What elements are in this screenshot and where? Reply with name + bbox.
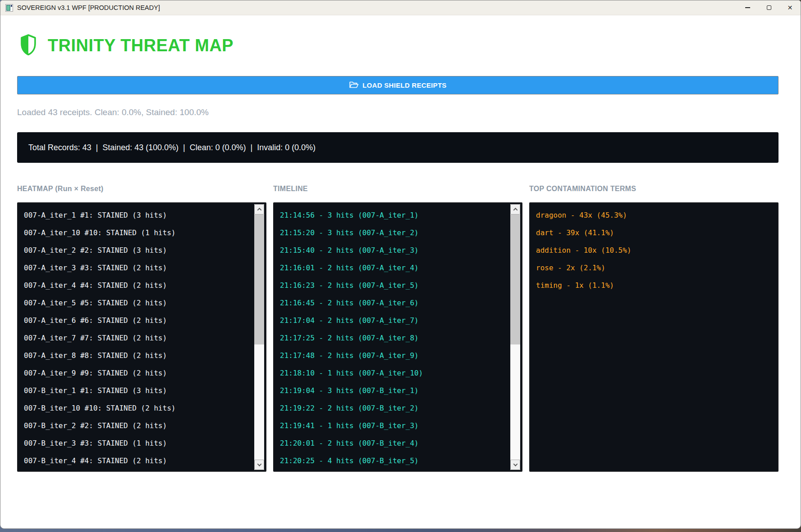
- window-controls: ✕: [737, 0, 801, 15]
- heatmap-scrollbar[interactable]: [254, 204, 264, 470]
- heatmap-row[interactable]: 007-B_iter_10 #10: STAINED (2 hits): [24, 399, 266, 417]
- timeline-scrollbar[interactable]: [510, 204, 520, 470]
- scrollbar-track[interactable]: [510, 215, 520, 460]
- heatmap-header: HEATMAP (Run × Reset): [17, 185, 266, 196]
- maximize-button[interactable]: [758, 0, 779, 15]
- timeline-list: 21:14:56 - 3 hits (007-A_iter_1) 21:15:2…: [274, 203, 522, 469]
- timeline-row[interactable]: 21:18:10 - 1 hits (007-A_iter_10): [280, 364, 522, 382]
- timeline-row[interactable]: 21:19:41 - 1 hits (007-B_iter_3): [280, 417, 522, 434]
- timeline-row[interactable]: 21:15:20 - 3 hits (007-A_iter_2): [280, 224, 522, 241]
- heatmap-row[interactable]: 007-A_iter_10 #10: STAINED (1 hits): [24, 224, 266, 241]
- minimize-icon: [745, 7, 750, 8]
- heatmap-row[interactable]: 007-B_iter_2 #2: STAINED (2 hits): [24, 417, 266, 434]
- timeline-row[interactable]: 21:16:45 - 2 hits (007-A_iter_6): [280, 294, 522, 312]
- chevron-up-icon: [257, 208, 261, 212]
- scroll-down-button[interactable]: [254, 460, 264, 470]
- shield-icon: [21, 34, 36, 57]
- chevron-down-icon: [513, 462, 518, 466]
- heatmap-panel[interactable]: 007-A_iter_1 #1: STAINED (3 hits) 007-A_…: [17, 202, 266, 472]
- maximize-icon: [767, 5, 771, 10]
- scroll-down-button[interactable]: [510, 460, 520, 470]
- contamination-term-row[interactable]: addition - 10x (10.5%): [536, 241, 778, 259]
- heatmap-row[interactable]: 007-A_iter_4 #4: STAINED (2 hits): [24, 277, 266, 294]
- load-button-label: LOAD SHIELD RECEIPTS: [363, 81, 447, 89]
- titlebar: SOVEREIGN v3.1 WPF [PRODUCTION READY] ✕: [0, 0, 801, 15]
- timeline-row[interactable]: 21:20:25 - 4 hits (007-B_iter_5): [280, 452, 522, 469]
- timeline-row[interactable]: 21:17:04 - 2 hits (007-A_iter_7): [280, 312, 522, 329]
- heatmap-list: 007-A_iter_1 #1: STAINED (3 hits) 007-A_…: [18, 203, 266, 469]
- heatmap-row[interactable]: 007-A_iter_1 #1: STAINED (3 hits): [24, 206, 266, 224]
- scroll-up-button[interactable]: [254, 204, 264, 215]
- minimize-button[interactable]: [737, 0, 758, 15]
- heatmap-row[interactable]: 007-A_iter_3 #3: STAINED (2 hits): [24, 259, 266, 277]
- timeline-panel[interactable]: 21:14:56 - 3 hits (007-A_iter_1) 21:15:2…: [273, 202, 522, 472]
- timeline-row[interactable]: 21:19:22 - 2 hits (007-B_iter_2): [280, 399, 522, 417]
- heatmap-row[interactable]: 007-B_iter_4 #4: STAINED (2 hits): [24, 452, 266, 469]
- panels-row: HEATMAP (Run × Reset) 007-A_iter_1 #1: S…: [17, 185, 778, 472]
- heatmap-row[interactable]: 007-A_iter_9 #9: STAINED (2 hits): [24, 364, 266, 382]
- scrollbar-thumb[interactable]: [510, 215, 520, 344]
- timeline-row[interactable]: 21:20:01 - 2 hits (007-B_iter_4): [280, 434, 522, 452]
- contamination-panel[interactable]: dragoon - 43x (45.3%) dart - 39x (41.1%)…: [529, 202, 778, 472]
- scrollbar-thumb[interactable]: [254, 215, 264, 344]
- timeline-header: TIMELINE: [273, 185, 522, 196]
- chevron-down-icon: [257, 462, 261, 466]
- timeline-row[interactable]: 21:14:56 - 3 hits (007-A_iter_1): [280, 206, 522, 224]
- timeline-row[interactable]: 21:17:48 - 2 hits (007-A_iter_9): [280, 347, 522, 364]
- scroll-up-button[interactable]: [510, 204, 520, 215]
- app-icon: [5, 4, 13, 12]
- chevron-up-icon: [513, 208, 518, 212]
- timeline-row[interactable]: 21:19:04 - 3 hits (007-B_iter_1): [280, 382, 522, 399]
- timeline-row[interactable]: 21:15:40 - 2 hits (007-A_iter_3): [280, 241, 522, 259]
- page-header: TRINITY THREAT MAP: [21, 34, 234, 57]
- timeline-section: TIMELINE 21:14:56 - 3 hits (007-A_iter_1…: [273, 185, 522, 472]
- contamination-term-row[interactable]: rose - 2x (2.1%): [536, 259, 778, 277]
- heatmap-section: HEATMAP (Run × Reset) 007-A_iter_1 #1: S…: [17, 185, 266, 472]
- page-title: TRINITY THREAT MAP: [48, 36, 234, 55]
- timeline-row[interactable]: 21:16:23 - 2 hits (007-A_iter_5): [280, 277, 522, 294]
- stats-text: Total Records: 43 | Stained: 43 (100.0%)…: [28, 143, 315, 152]
- load-shield-receipts-button[interactable]: LOAD SHIELD RECEIPTS: [17, 76, 778, 94]
- heatmap-row[interactable]: 007-A_iter_5 #5: STAINED (2 hits): [24, 294, 266, 312]
- open-folder-icon: [349, 81, 359, 90]
- heatmap-row[interactable]: 007-A_iter_7 #7: STAINED (2 hits): [24, 329, 266, 347]
- contamination-term-row[interactable]: dragoon - 43x (45.3%): [536, 206, 778, 224]
- scrollbar-track[interactable]: [254, 215, 264, 460]
- timeline-row[interactable]: 21:16:01 - 2 hits (007-A_iter_4): [280, 259, 522, 277]
- contamination-header: TOP CONTAMINATION TERMS: [529, 185, 778, 196]
- heatmap-row[interactable]: 007-B_iter_1 #1: STAINED (3 hits): [24, 382, 266, 399]
- contamination-list: dragoon - 43x (45.3%) dart - 39x (41.1%)…: [530, 203, 778, 294]
- heatmap-row[interactable]: 007-A_iter_8 #8: STAINED (2 hits): [24, 347, 266, 364]
- close-icon: ✕: [788, 4, 793, 11]
- heatmap-row[interactable]: 007-A_iter_2 #2: STAINED (3 hits): [24, 241, 266, 259]
- timeline-row[interactable]: 21:17:25 - 2 hits (007-A_iter_8): [280, 329, 522, 347]
- stats-bar: Total Records: 43 | Stained: 43 (100.0%)…: [17, 132, 778, 163]
- heatmap-row[interactable]: 007-B_iter_3 #3: STAINED (1 hits): [24, 434, 266, 452]
- status-line: Loaded 43 receipts. Clean: 0.0%, Stained…: [17, 107, 209, 117]
- heatmap-row[interactable]: 007-A_iter_6 #6: STAINED (2 hits): [24, 312, 266, 329]
- window-title: SOVEREIGN v3.1 WPF [PRODUCTION READY]: [17, 4, 160, 11]
- close-button[interactable]: ✕: [779, 0, 801, 15]
- app-window: SOVEREIGN v3.1 WPF [PRODUCTION READY] ✕ …: [0, 0, 801, 529]
- contamination-section: TOP CONTAMINATION TERMS dragoon - 43x (4…: [529, 185, 778, 472]
- contamination-term-row[interactable]: dart - 39x (41.1%): [536, 224, 778, 241]
- contamination-term-row[interactable]: timing - 1x (1.1%): [536, 277, 778, 294]
